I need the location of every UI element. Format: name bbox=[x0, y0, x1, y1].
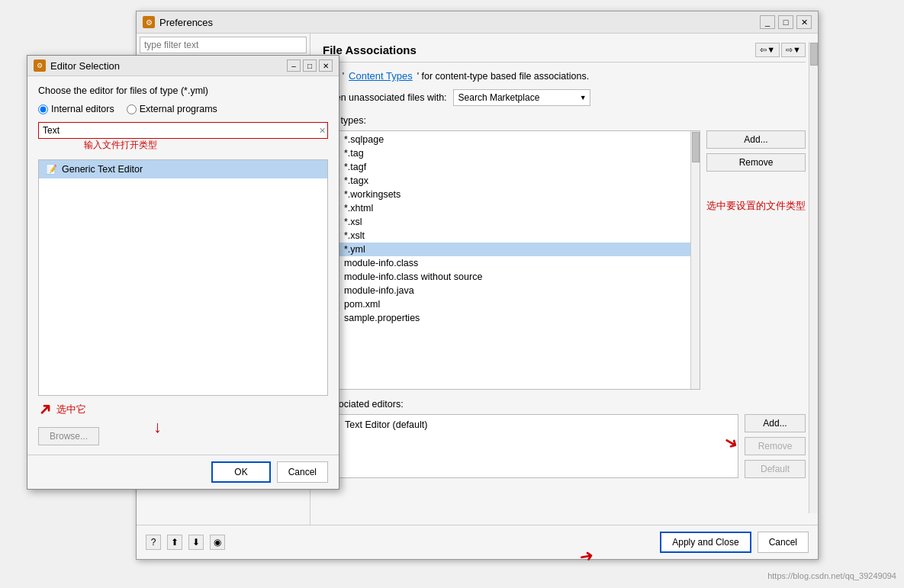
browse-button[interactable]: Browse... bbox=[38, 427, 99, 445]
forward-button[interactable]: ⇨▼ bbox=[781, 43, 806, 57]
ok-button[interactable]: OK bbox=[211, 461, 270, 483]
content-types-row: See ' Content Types ' for content-type b… bbox=[323, 70, 806, 82]
preferences-right-panel: File Associations ⇦▼ ⇨▼ See ' Content Ty… bbox=[310, 34, 818, 525]
annotation-text: 选中要设置的文件类型 bbox=[706, 199, 806, 213]
editor-item-icon: 📝 bbox=[45, 163, 57, 175]
file-list-item[interactable]: 📄*.xslt bbox=[323, 229, 690, 243]
assoc-buttons: Add... Remove Default bbox=[745, 414, 806, 478]
file-list-item[interactable]: 📄*.tag bbox=[323, 146, 690, 160]
file-list-item[interactable]: ⚙module-info.class bbox=[323, 256, 690, 270]
file-list-item[interactable]: 📄*.tagf bbox=[323, 160, 690, 174]
file-list-container: 📄*.sqlpage📄*.tag📄*.tagf📄*.tagx📁*.working… bbox=[323, 130, 700, 390]
annotation-select: ➜ 选中它 bbox=[38, 400, 328, 419]
open-unassoc-select-wrapper: Search Marketplace bbox=[453, 89, 590, 106]
radio-internal[interactable] bbox=[38, 104, 48, 114]
file-item-name: *.xslt bbox=[344, 230, 365, 241]
assoc-list-item[interactable]: 📄Text Editor (default) bbox=[327, 418, 735, 432]
content-type-suffix: ' for content-type based file associatio… bbox=[417, 71, 589, 82]
file-list-item[interactable]: 📁*.workingsets bbox=[323, 188, 690, 201]
file-list-scrollbar-thumb[interactable] bbox=[692, 132, 700, 162]
file-list-item[interactable]: 📄module-info.java bbox=[323, 284, 690, 297]
dialog-titlebar: ⚙ Editor Selection – □ ✕ bbox=[27, 56, 339, 76]
file-item-name: *.xhtml bbox=[344, 203, 373, 214]
search-clear-icon[interactable]: ✕ bbox=[319, 126, 326, 136]
radio-internal-label[interactable]: Internal editors bbox=[38, 104, 114, 114]
search-area: ✕ 输入文件打开类型 bbox=[38, 122, 328, 152]
footer-right: Apply and Close Cancel bbox=[660, 532, 809, 553]
nav-arrows: ⇦▼ ⇨▼ bbox=[755, 43, 806, 57]
file-item-name: *.workingsets bbox=[344, 189, 401, 200]
filter-input[interactable] bbox=[140, 37, 307, 53]
preferences-title-area: ⚙ Preferences bbox=[143, 16, 213, 28]
file-list: 📄*.sqlpage📄*.tag📄*.tagf📄*.tagx📁*.working… bbox=[323, 131, 690, 326]
file-types-label: File types: bbox=[323, 115, 806, 126]
file-type-buttons: Add... Remove 选中要设置的文件类型 bbox=[706, 130, 806, 390]
select-annotation-text: 选中它 bbox=[56, 403, 86, 416]
file-list-item[interactable]: 📄*.yml bbox=[323, 243, 690, 256]
assoc-add-button[interactable]: Add... bbox=[745, 414, 806, 432]
dialog-description: Choose the editor for files of type (*.y… bbox=[38, 85, 328, 96]
preferences-icon: ⚙ bbox=[143, 16, 155, 28]
radio-external-text: External programs bbox=[140, 104, 217, 114]
file-item-name: *.tag bbox=[344, 148, 364, 159]
file-item-name: pom.xml bbox=[344, 299, 380, 310]
back-button[interactable]: ⇦▼ bbox=[755, 43, 780, 57]
minimize-button[interactable]: _ bbox=[760, 15, 775, 29]
assoc-remove-button[interactable]: Remove bbox=[745, 437, 806, 455]
export-icon[interactable]: ⬆ bbox=[167, 535, 182, 550]
file-item-name: sample.properties bbox=[344, 313, 420, 323]
editor-list: 📝Generic Text Editor bbox=[38, 159, 328, 396]
pref-cancel-button[interactable]: Cancel bbox=[758, 532, 809, 553]
import-icon[interactable]: ⬇ bbox=[188, 535, 204, 550]
window-controls: _ □ ✕ bbox=[760, 15, 812, 29]
radio-external-label[interactable]: External programs bbox=[127, 104, 217, 114]
dialog-close-button[interactable]: ✕ bbox=[319, 59, 333, 72]
open-unassoc-row: Open unassociated files with: Search Mar… bbox=[323, 89, 806, 106]
file-item-name: *.sqlpage bbox=[344, 134, 384, 145]
dialog-maximize-button[interactable]: □ bbox=[303, 59, 317, 72]
file-remove-button[interactable]: Remove bbox=[706, 153, 806, 172]
preferences-titlebar: ⚙ Preferences _ □ ✕ bbox=[137, 11, 818, 34]
dialog-body: Choose the editor for files of type (*.y… bbox=[27, 76, 339, 455]
editor-list-item[interactable]: 📝Generic Text Editor bbox=[39, 160, 327, 178]
file-list-item[interactable]: ⚙module-info.class without source bbox=[323, 270, 690, 284]
close-button[interactable]: ✕ bbox=[796, 15, 812, 29]
file-list-item[interactable]: 📄pom.xml bbox=[323, 297, 690, 311]
editor-search-input[interactable] bbox=[38, 122, 328, 139]
file-list-item[interactable]: 📄*.tagx bbox=[323, 174, 690, 188]
dialog-title-left: ⚙ Editor Selection bbox=[34, 59, 120, 72]
editor-search-box: ✕ bbox=[38, 122, 328, 139]
file-list-scrollbar[interactable] bbox=[690, 131, 700, 389]
arrow-to-editor: ➜ bbox=[33, 397, 56, 421]
radio-group: Internal editors External programs bbox=[38, 104, 328, 114]
section-header: File Associations ⇦▼ ⇨▼ bbox=[323, 43, 806, 63]
help-icon[interactable]: ? bbox=[146, 535, 161, 550]
file-item-name: module-info.class without source bbox=[344, 272, 482, 282]
file-add-button[interactable]: Add... bbox=[706, 130, 806, 149]
preferences-footer: ? ⬆ ⬇ ◉ Apply and Close Cancel bbox=[137, 525, 818, 559]
right-scrollbar[interactable] bbox=[809, 42, 818, 513]
content-area: File Associations ⇦▼ ⇨▼ See ' Content Ty… bbox=[310, 34, 818, 525]
content-types-link[interactable]: Content Types bbox=[349, 70, 413, 82]
assoc-default-button[interactable]: Default bbox=[745, 460, 806, 478]
editor-item-name: Generic Text Editor bbox=[62, 164, 143, 175]
preferences-title: Preferences bbox=[159, 17, 213, 28]
file-item-name: *.yml bbox=[344, 244, 365, 255]
maximize-button[interactable]: □ bbox=[778, 15, 793, 29]
apply-close-button[interactable]: Apply and Close bbox=[660, 532, 751, 553]
radio-external[interactable] bbox=[127, 104, 137, 114]
file-list-item[interactable]: 📄*.xhtml bbox=[323, 201, 690, 215]
dialog-minimize-button[interactable]: – bbox=[287, 59, 301, 72]
footer-left: ? ⬆ ⬇ ◉ bbox=[146, 535, 225, 550]
assoc-item-name: Text Editor (default) bbox=[345, 419, 427, 430]
file-list-item[interactable]: 📄*.sqlpage bbox=[323, 133, 690, 146]
file-list-item[interactable]: 📄*.xsl bbox=[323, 215, 690, 229]
file-item-name: *.tagf bbox=[344, 162, 366, 172]
dialog-cancel-button[interactable]: Cancel bbox=[277, 461, 328, 483]
file-item-name: module-info.java bbox=[344, 285, 414, 296]
file-list-item[interactable]: ⚙sample.properties bbox=[323, 311, 690, 325]
right-scrollbar-thumb[interactable] bbox=[810, 43, 818, 66]
open-unassoc-select[interactable]: Search Marketplace bbox=[453, 89, 590, 106]
arrow-to-ok: ↓ bbox=[153, 417, 162, 437]
restore-icon[interactable]: ◉ bbox=[210, 535, 225, 550]
